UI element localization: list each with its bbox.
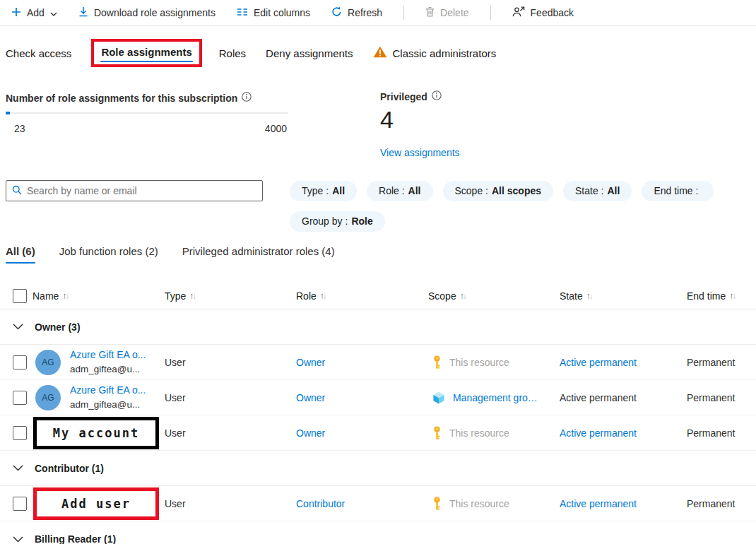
row-checkbox[interactable] [13,426,27,440]
view-tab-job-function-roles[interactable]: Job function roles (2) [59,245,158,264]
quota-progress-bar [6,112,288,114]
key-icon [432,426,442,440]
role-link[interactable]: Owner [296,392,325,403]
key-icon [432,355,442,369]
scope-link[interactable]: Management gro… [453,392,538,403]
filter-pill-row: Type :All Role :All Scope :All scopes St… [290,181,756,201]
role-assignments-quota-card: Number of role assignments for this subs… [6,92,288,134]
assignment-email: adm_giftea@u... [70,398,146,412]
chevron-down-icon [13,465,23,471]
table-row[interactable]: Add user User Contributor This resource … [0,486,756,521]
delete-button[interactable]: Delete [425,6,468,19]
row-checkbox[interactable] [13,497,27,511]
filter-pill-role[interactable]: Role :All [367,181,432,201]
filter-pill-end-time[interactable]: End time : [642,181,714,201]
assignment-view-tabs: All (6) Job function roles (2) Privilege… [6,245,335,264]
trash-icon [425,6,435,19]
sort-arrows-icon: ↑↓ [189,291,195,301]
table-row[interactable]: AG Azure Gift EA o... adm_giftea@u... Us… [0,380,756,415]
sort-arrows-icon: ↑↓ [586,291,592,301]
tab-check-access[interactable]: Check access [6,47,71,59]
group-by-pill-row: Group by :Role [290,211,385,232]
sort-arrows-icon: ↑↓ [62,291,68,301]
progress-fill [6,112,10,114]
end-time-cell: Permanent [687,392,756,403]
row-checkbox[interactable] [13,355,27,369]
feedback-button[interactable]: Feedback [512,6,574,19]
edit-columns-icon [237,7,248,18]
state-link[interactable]: Active permanent [560,498,637,509]
view-assignments-link[interactable]: View assignments [380,147,460,158]
column-header-state[interactable]: State↑↓ [560,290,687,302]
privileged-card: Privileged 4 View assignments [380,90,460,158]
chevron-down-icon [50,7,57,18]
refresh-icon [331,6,342,19]
chevron-down-icon [13,324,23,330]
refresh-button[interactable]: Refresh [331,6,382,19]
tab-role-assignments-highlight-box[interactable]: Role assignments [91,39,201,67]
view-tab-all[interactable]: All (6) [6,245,35,264]
plus-icon [11,7,21,19]
assignment-name-link[interactable]: Azure Gift EA o... [70,348,146,362]
column-header-role[interactable]: Role↑↓ [296,290,428,302]
column-header-type[interactable]: Type↑↓ [165,290,296,302]
group-header-owner[interactable]: Owner (3) [0,309,756,345]
view-tab-privileged-admin-roles[interactable]: Privileged administrator roles (4) [182,245,335,264]
end-time-cell: Permanent [687,498,756,509]
feedback-icon [512,6,525,19]
tab-role-assignments[interactable]: Role assignments [101,46,191,58]
sort-arrows-icon: ↑↓ [729,291,735,301]
type-cell: User [165,498,296,509]
column-header-scope[interactable]: Scope↑↓ [428,290,560,302]
filter-pill-state[interactable]: State :All [563,181,632,201]
row-checkbox[interactable] [13,391,27,405]
progress-track [6,112,288,114]
table-row[interactable]: My account User Owner This resource Acti… [0,415,756,451]
info-icon[interactable] [432,90,442,102]
column-header-name[interactable]: Name↑↓ [33,290,165,302]
type-cell: User [165,427,296,439]
group-header-contributor[interactable]: Contributor (1) [0,451,756,486]
add-button[interactable]: Add [11,7,57,19]
quota-max: 4000 [265,123,287,134]
assignment-email: adm_giftea@u... [70,362,146,377]
search-field-wrapper [6,180,263,201]
table-row[interactable]: AG Azure Gift EA o... adm_giftea@u... Us… [0,345,756,380]
filter-pill-type[interactable]: Type :All [290,181,357,201]
redacted-name-my-account[interactable]: My account [33,417,159,449]
avatar: AG [35,385,61,410]
tab-deny-assignments[interactable]: Deny assignments [266,47,353,59]
toolbar-divider [490,6,491,20]
assignment-name-link[interactable]: Azure Gift EA o... [70,383,146,398]
role-link[interactable]: Contributor [296,498,345,509]
select-all-checkbox[interactable] [13,289,27,303]
filter-pill-group-by[interactable]: Group by :Role [290,211,385,232]
toolbar-divider [403,6,404,20]
tab-roles[interactable]: Roles [219,47,246,59]
state-cell: Active permanent [560,392,687,403]
privileged-count: 4 [380,107,460,133]
filter-pill-scope[interactable]: Scope :All scopes [443,181,554,201]
role-link[interactable]: Owner [296,427,325,439]
table-header-row: Name↑↓ Type↑↓ Role↑↓ Scope↑↓ State↑↓ End… [0,283,756,309]
command-bar: Add Download role assignments Edit colum… [0,0,756,26]
role-link[interactable]: Owner [296,357,325,368]
tab-classic-administrators[interactable]: Classic administrators [373,46,497,60]
quota-title: Number of role assignments for this subs… [6,93,237,104]
key-icon [432,497,442,511]
download-role-assignments-button[interactable]: Download role assignments [78,6,215,19]
state-link[interactable]: Active permanent [560,427,637,439]
info-icon[interactable] [242,92,252,104]
search-input[interactable] [27,185,256,196]
group-header-billing-reader[interactable]: Billing Reader (1) [0,521,756,544]
type-cell: User [165,392,296,403]
state-link[interactable]: Active permanent [560,357,637,368]
edit-columns-button[interactable]: Edit columns [237,7,310,18]
management-group-icon [432,391,445,404]
redacted-name-add-user[interactable]: Add user [33,487,159,520]
column-header-end-time[interactable]: End time↑↓ [687,290,756,302]
sort-arrows-icon: ↑↓ [460,291,466,301]
warning-triangle-icon [373,46,387,60]
download-icon [78,6,88,19]
end-time-cell: Permanent [687,427,756,439]
